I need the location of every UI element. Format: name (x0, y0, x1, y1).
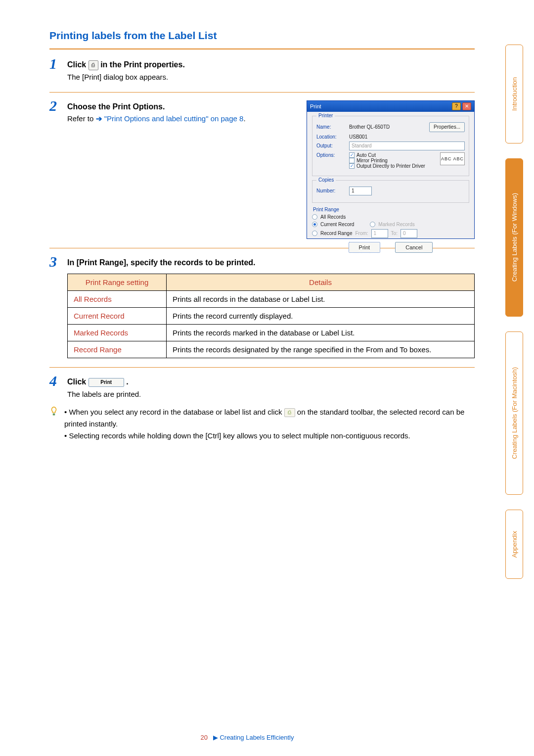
page-footer: 20 ▶ Creating Labels Efficiently (0, 734, 494, 741)
step-number: 3 (49, 253, 57, 270)
step-2-body: Refer to ➔ "Print Options and label cutt… (67, 113, 292, 125)
page-number: 20 (200, 734, 207, 741)
section-title: Printing labels from the Label List (49, 30, 475, 42)
divider (49, 92, 475, 93)
tab-label: Appendix (511, 518, 518, 570)
divider (49, 367, 475, 368)
tab-windows[interactable]: Creating Labels (For Windows) (505, 158, 523, 317)
print-range-table: Print Range setting Details All Records … (67, 274, 475, 358)
radio-current-label: Current Record (320, 222, 354, 227)
dialog-title: Print (310, 103, 321, 109)
tab-introduction[interactable]: Introduction (505, 45, 523, 143)
cell-setting: Marked Records (68, 325, 167, 341)
step1-text-after: in the Print properties. (100, 60, 185, 69)
step-4-body: The labels are printed. (67, 388, 475, 400)
tab-label: Introduction (511, 64, 518, 124)
print-dialog: Print ? ✕ Printer Name: Brother QL-650TD… (307, 100, 475, 239)
printer-legend: Printer (316, 113, 335, 118)
tip-box: • When you select any record in the data… (49, 406, 475, 442)
cell-details: Prints the records marked in the databas… (167, 325, 475, 341)
auto-cut-checkbox[interactable]: ✓ (349, 152, 355, 158)
name-value: Brother QL-650TD (349, 124, 390, 130)
tab-mac[interactable]: Creating Labels (For Macintosh) (505, 331, 523, 495)
step-number: 4 (49, 373, 57, 389)
step-3: 3 In [Print Range], specify the records … (49, 256, 475, 359)
step4-before: Click (67, 378, 89, 386)
cell-setting: Record Range (68, 341, 167, 358)
tab-label: Creating Labels (For Macintosh) (511, 354, 518, 472)
output-label: Output: (316, 143, 346, 148)
step-1: 1 Click ⎙ in the Print properties. The [… (49, 58, 475, 83)
radio-marked-label: Marked Records (378, 222, 414, 227)
step-2-heading: Choose the Print Options. (67, 100, 292, 113)
step-1-heading: Click ⎙ in the Print properties. (67, 58, 475, 71)
th-setting: Print Range setting (68, 274, 167, 291)
options-label: Options: (316, 152, 346, 158)
properties-button[interactable]: Properties... (429, 122, 465, 132)
tip1-before: When you select any record in the databa… (69, 408, 284, 416)
output-select[interactable]: Standard (349, 142, 465, 150)
radio-all[interactable] (312, 214, 317, 220)
step2-link[interactable]: "Print Options and label cutting" on pag… (104, 114, 244, 123)
tip-1: • When you select any record in the data… (64, 406, 475, 430)
table-row: All Records Prints all records in the da… (68, 291, 475, 308)
copies-input[interactable]: 1 (349, 187, 372, 195)
step-4: 4 Click Print . The labels are printed. (49, 376, 475, 400)
copies-group: Copies Number: 1 (312, 180, 469, 203)
radio-range[interactable] (312, 231, 317, 236)
step4-after: . (126, 378, 128, 386)
step1-text-before: Click (67, 60, 89, 69)
auto-cut-label: Auto Cut (356, 152, 376, 158)
th-details: Details (167, 274, 475, 291)
lightbulb-icon (49, 406, 59, 442)
dialog-titlebar: Print ? ✕ (307, 101, 474, 112)
tab-appendix[interactable]: Appendix (505, 510, 523, 579)
name-label: Name: (316, 124, 346, 130)
mirror-label: Mirror Printing (356, 158, 388, 163)
to-input[interactable]: 0 (400, 229, 417, 238)
from-label: From: (355, 231, 368, 236)
print-range-group: Print Range All Records Current Record M… (312, 207, 469, 238)
step-3-heading: In [Print Range], specify the records to… (67, 256, 475, 269)
step-number: 2 (49, 97, 57, 114)
step2-before: Refer to (67, 114, 96, 123)
footer-link[interactable]: Creating Labels Efficiently (220, 734, 294, 741)
to-label: To: (391, 231, 398, 236)
dialog-cancel-button[interactable]: Cancel (395, 242, 433, 253)
table-row: Marked Records Prints the records marked… (68, 325, 475, 341)
cell-details: Prints the record currently displayed. (167, 308, 475, 325)
tab-label: Creating Labels (For Windows) (511, 180, 518, 294)
arrow-icon: ➔ (96, 114, 102, 123)
dialog-print-button[interactable]: Print (349, 242, 381, 253)
step-number: 1 (49, 55, 57, 72)
cell-details: Prints all records in the database or La… (167, 291, 475, 308)
step-2-row: 2 Choose the Print Options. Refer to ➔ "… (49, 100, 475, 239)
help-button[interactable]: ? (452, 102, 461, 110)
divider (49, 48, 475, 49)
step2-after: . (243, 114, 245, 123)
radio-current[interactable] (312, 222, 317, 227)
cell-setting: Current Record (68, 308, 167, 325)
cell-setting: All Records (68, 291, 167, 308)
radio-marked[interactable] (370, 222, 375, 227)
print-button-image: Print (89, 378, 124, 387)
cell-details: Prints the records designated by the ran… (167, 341, 475, 358)
range-legend: Print Range (313, 207, 469, 212)
print-properties-icon: ⎙ (89, 60, 98, 70)
from-input[interactable]: 1 (371, 229, 388, 238)
table-row: Current Record Prints the record current… (68, 308, 475, 325)
preview-chip: ABC ABC (440, 152, 465, 165)
direct-checkbox[interactable]: ✓ (349, 163, 355, 169)
direct-label: Output Directly to Printer Driver (356, 163, 425, 169)
tip-2: • Selecting records while holding down t… (64, 430, 475, 442)
location-value: USB001 (349, 134, 367, 140)
print-toolbar-icon: ⎙ (284, 408, 295, 417)
radio-range-label: Record Range (320, 231, 352, 236)
printer-group: Printer Name: Brother QL-650TD Propertie… (312, 116, 469, 176)
step-1-body: The [Print] dialog box appears. (67, 71, 475, 83)
mirror-checkbox[interactable] (349, 158, 355, 163)
step-4-heading: Click Print . (67, 376, 475, 388)
location-label: Location: (316, 134, 346, 140)
close-button[interactable]: ✕ (462, 102, 471, 110)
footer-arrow-icon: ▶ (213, 734, 218, 741)
